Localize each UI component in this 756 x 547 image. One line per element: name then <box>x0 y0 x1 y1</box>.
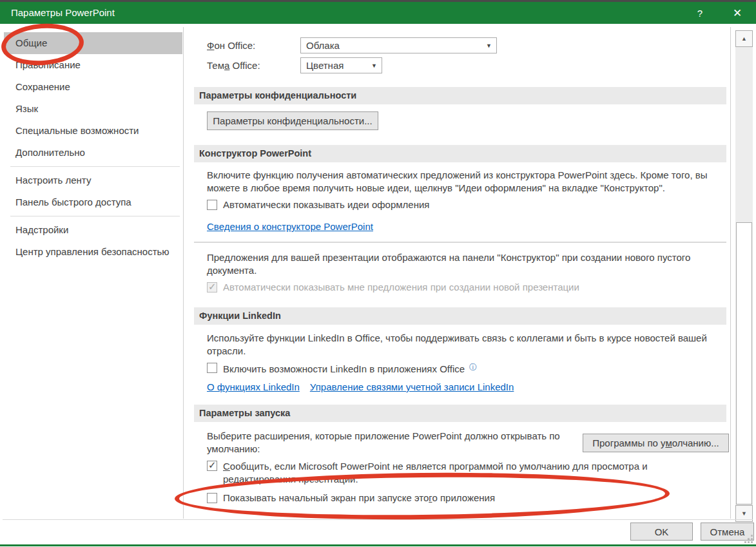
options-content-panel: Фон Office: Облака ▼ Тема Office: Цветна… <box>183 27 731 519</box>
check-icon: ✓ <box>208 460 217 470</box>
manage-linkedin-link[interactable]: Управление связями учетной записи Linked… <box>310 381 514 392</box>
show-suggestions-row: ✓ Автоматически показывать мне предложен… <box>207 282 579 293</box>
powerpoint-options-dialog: Параметры PowerPoint ? ✕ Общие Правописа… <box>0 0 756 547</box>
office-background-value: Облака <box>306 40 340 51</box>
chevron-down-icon: ▼ <box>371 62 377 69</box>
sidebar-divider <box>10 216 180 216</box>
designer-description: Включите функцию получения автоматически… <box>207 169 716 194</box>
show-design-ideas-row: Автоматически показывать идеи оформления <box>207 199 429 210</box>
default-app-notify-checkbox[interactable]: ✓ <box>207 461 217 471</box>
office-background-dropdown[interactable]: Облака ▼ <box>300 37 497 53</box>
designer-section-header: Конструктор PowerPoint <box>194 145 726 162</box>
privacy-section-header: Параметры конфиденциальности <box>194 87 726 104</box>
about-linkedin-link[interactable]: О функциях LinkedIn <box>207 381 300 392</box>
enable-linkedin-checkbox[interactable] <box>207 363 217 373</box>
show-design-ideas-checkbox[interactable] <box>207 200 217 210</box>
startup-section-header: Параметры запуска <box>194 405 726 422</box>
info-icon[interactable]: ⓘ <box>469 363 477 372</box>
dialog-titlebar[interactable]: Параметры PowerPoint ? ✕ <box>0 2 756 24</box>
designer-info-link[interactable]: Сведения о конструкторе PowerPoint <box>207 221 373 232</box>
close-icon[interactable]: ✕ <box>727 6 748 21</box>
sidebar-item-accessibility[interactable]: Специальные возможности <box>4 120 182 142</box>
linkedin-links: О функциях LinkedIn Управление связями у… <box>207 381 514 392</box>
window-bottom-border <box>0 544 756 546</box>
office-theme-label: Тема Office: <box>207 60 260 71</box>
show-start-screen-checkbox[interactable] <box>207 493 217 503</box>
office-background-label: Фон Office: <box>207 40 255 51</box>
designer-description-2: Предложения для вашей презентации отобра… <box>207 251 716 276</box>
show-start-screen-row: Показывать начальный экран при запуске э… <box>207 492 495 503</box>
sidebar-item-customize-ribbon[interactable]: Настроить ленту <box>4 169 182 191</box>
show-start-screen-label: Показывать начальный экран при запуске э… <box>223 492 495 503</box>
sidebar-item-quick-access-toolbar[interactable]: Панель быстрого доступа <box>4 191 182 213</box>
dialog-title: Параметры PowerPoint <box>11 7 115 18</box>
office-theme-value: Цветная <box>306 60 344 71</box>
footer-separator <box>3 519 753 520</box>
sidebar-item-proofing[interactable]: Правописание <box>4 54 182 76</box>
ok-button[interactable]: OK <box>630 523 693 541</box>
sidebar-item-save[interactable]: Сохранение <box>4 76 182 98</box>
enable-linkedin-label: Включить возможности LinkedIn в приложен… <box>223 362 477 374</box>
enable-linkedin-row: Включить возможности LinkedIn в приложен… <box>207 362 477 374</box>
designer-divider <box>194 242 726 243</box>
default-app-notify-row: ✓ Сообщить, если Microsoft PowerPoint не… <box>207 460 661 485</box>
sidebar-item-advanced[interactable]: Дополнительно <box>4 142 182 164</box>
default-programs-button[interactable]: Программы по умолчанию... <box>583 434 729 452</box>
sidebar-item-language[interactable]: Язык <box>4 98 182 120</box>
privacy-settings-button[interactable]: Параметры конфиденциальности... <box>207 111 378 130</box>
office-theme-dropdown[interactable]: Цветная ▼ <box>300 57 382 73</box>
options-sidebar: Общие Правописание Сохранение Язык Специ… <box>4 27 182 263</box>
show-suggestions-label: Автоматически показывать мне предложения… <box>223 282 579 293</box>
show-suggestions-checkbox: ✓ <box>207 282 217 293</box>
resize-grip-icon[interactable] <box>744 535 753 543</box>
startup-description: Выберите расширения, которые приложение … <box>207 430 577 455</box>
show-design-ideas-label: Автоматически показывать идеи оформления <box>223 199 429 210</box>
scrollbar-thumb[interactable] <box>736 222 752 504</box>
check-icon: ✓ <box>208 282 217 292</box>
chevron-down-icon: ▼ <box>486 43 492 49</box>
default-app-notify-label: Сообщить, если Microsoft PowerPoint не я… <box>223 460 661 485</box>
sidebar-item-general[interactable]: Общие <box>4 32 182 54</box>
vertical-scrollbar[interactable]: ▲ ▼ <box>735 30 753 522</box>
scroll-up-icon[interactable]: ▲ <box>735 30 753 47</box>
linkedin-description: Используйте функции LinkedIn в Office, ч… <box>207 332 716 357</box>
help-icon[interactable]: ? <box>691 6 709 21</box>
sidebar-divider <box>10 166 180 167</box>
linkedin-section-header: Функции LinkedIn <box>194 307 726 325</box>
sidebar-item-addins[interactable]: Надстройки <box>4 219 182 241</box>
sidebar-item-trust-center[interactable]: Центр управления безопасностью <box>4 241 182 263</box>
